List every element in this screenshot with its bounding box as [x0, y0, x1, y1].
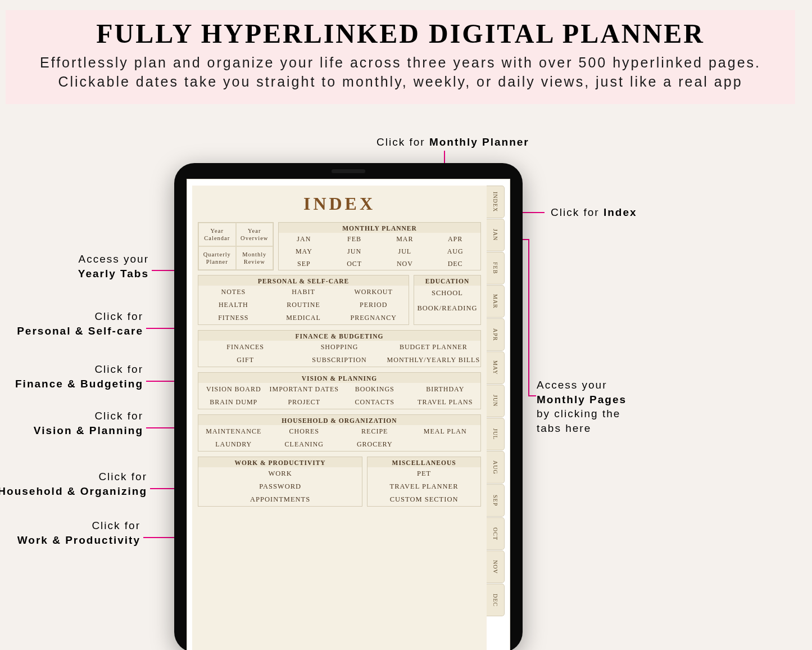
- vision-card: VISION & PLANNING VISION BOARD IMPORTANT…: [198, 372, 481, 409]
- section-link[interactable]: FITNESS: [198, 312, 269, 324]
- household-card: HOUSEHOLD & ORGANIZATION MAINTENANCE CHO…: [198, 414, 481, 452]
- finance-card: FINANCE & BUDGETING FINANCES SHOPPING BU…: [198, 330, 481, 367]
- section-link[interactable]: PROJECT: [269, 396, 340, 409]
- section-link[interactable]: TRAVEL PLANS: [410, 396, 481, 409]
- ipad-screen: INDEX Year Calendar Year Overview Quarte…: [187, 179, 510, 650]
- yearly-link[interactable]: Monthly Review: [236, 246, 274, 270]
- callout-monthly-pages: Access yourMonthly Pagesby clicking the …: [537, 378, 649, 436]
- section-link[interactable]: BRAIN DUMP: [198, 396, 269, 409]
- month-link[interactable]: OCT: [329, 258, 380, 270]
- yearly-card: Year Calendar Year Overview Quarterly Pl…: [198, 222, 274, 270]
- hero-title: FULLY HYPERLINKED DIGITAL PLANNER: [28, 18, 773, 49]
- month-link[interactable]: JUN: [329, 245, 380, 258]
- callout-yearly: Access yourYearly Tabs: [14, 252, 149, 281]
- section-link[interactable]: MAINTENANCE: [198, 425, 269, 438]
- section-header: WORK & PRODUCTIVITY: [198, 457, 362, 467]
- month-link[interactable]: AUG: [430, 245, 480, 258]
- tab-may[interactable]: MAY: [487, 351, 505, 384]
- section-link[interactable]: MEDICAL: [269, 312, 339, 324]
- section-link[interactable]: SCHOOL: [414, 286, 480, 301]
- section-link[interactable]: NOTES: [198, 286, 269, 299]
- tab-sep[interactable]: SEP: [487, 484, 505, 517]
- callout-index: Click for Index: [551, 205, 637, 220]
- tab-jan[interactable]: JAN: [487, 219, 505, 251]
- section-link[interactable]: BOOK/READING: [414, 301, 480, 316]
- section-link[interactable]: GIFT: [198, 354, 292, 367]
- section-link[interactable]: ROUTINE: [269, 299, 339, 312]
- section-link[interactable]: PASSWORD: [198, 480, 362, 493]
- month-link[interactable]: FEB: [329, 233, 380, 245]
- section-link[interactable]: PET: [368, 467, 480, 480]
- yearly-link[interactable]: Year Calendar: [198, 223, 236, 246]
- ipad-frame: INDEX Year Calendar Year Overview Quarte…: [174, 163, 523, 650]
- section-link[interactable]: MEAL PLAN: [410, 425, 481, 438]
- tab-apr[interactable]: APR: [487, 318, 505, 351]
- section-link[interactable]: MONTHLY/YEARLY BILLS: [387, 354, 480, 367]
- personal-card: PERSONAL & SELF-CARE NOTES HABIT WORKOUT…: [198, 275, 409, 325]
- callout-work: Click forWork & Productivity: [0, 518, 140, 547]
- page-title: INDEX: [198, 193, 481, 214]
- yearly-link[interactable]: Year Overview: [236, 223, 274, 246]
- section-link[interactable]: IMPORTANT DATES: [269, 383, 340, 396]
- tab-nov[interactable]: NOV: [487, 550, 505, 583]
- month-link[interactable]: APR: [430, 233, 480, 245]
- tab-aug[interactable]: AUG: [487, 451, 505, 484]
- tab-feb[interactable]: FEB: [487, 252, 505, 285]
- work-card: WORK & PRODUCTIVITY WORK PASSWORD APPOIN…: [198, 457, 362, 507]
- section-header: VISION & PLANNING: [198, 373, 480, 383]
- section-link[interactable]: PREGNANCY: [338, 312, 409, 324]
- side-tabs: INDEX JAN FEB MAR APR MAY JUN JUL AUG SE…: [487, 186, 505, 616]
- hero-banner: FULLY HYPERLINKED DIGITAL PLANNER Effort…: [6, 10, 795, 104]
- section-header: MISCELLANEOUS: [368, 457, 480, 467]
- section-link[interactable]: CUSTOM SECTION: [368, 493, 480, 506]
- section-link[interactable]: LAUNDRY: [198, 438, 269, 451]
- tab-dec[interactable]: DEC: [487, 584, 505, 616]
- yearly-link[interactable]: Quarterly Planner: [198, 246, 236, 270]
- section-header: MONTHLY PLANNER: [279, 223, 480, 233]
- section-link[interactable]: SUBSCRIPTION: [292, 354, 386, 367]
- callout-household: Click forHousehold & Organizing: [0, 470, 147, 498]
- education-card: EDUCATION SCHOOL BOOK/READING: [414, 275, 481, 325]
- section-link[interactable]: WORKOUT: [338, 286, 409, 299]
- month-link[interactable]: MAR: [380, 233, 430, 245]
- callout-finance: Click forFinance & Budgeting: [0, 362, 143, 391]
- tab-oct[interactable]: OCT: [487, 517, 505, 550]
- section-link[interactable]: CLEANING: [269, 438, 340, 451]
- callout-vision: Click forVision & Planning: [8, 409, 143, 437]
- section-link[interactable]: APPOINTMENTS: [198, 493, 362, 506]
- hero-subtitle: Effortlessly plan and organize your life…: [28, 53, 773, 92]
- section-link[interactable]: SHOPPING: [292, 341, 386, 354]
- month-link[interactable]: JUL: [380, 245, 430, 258]
- section-link[interactable]: WORK: [198, 467, 362, 480]
- callout-monthly-planner: Click for Monthly Planner: [376, 135, 529, 150]
- section-link[interactable]: CONTACTS: [339, 396, 410, 409]
- month-link[interactable]: DEC: [430, 258, 480, 270]
- tab-mar[interactable]: MAR: [487, 285, 505, 318]
- month-link[interactable]: JAN: [279, 233, 329, 245]
- month-link[interactable]: NOV: [380, 258, 430, 270]
- planner-page: INDEX Year Calendar Year Overview Quarte…: [192, 186, 487, 650]
- section-link[interactable]: TRAVEL PLANNER: [368, 480, 480, 493]
- section-header: PERSONAL & SELF-CARE: [198, 276, 409, 286]
- section-link[interactable]: GROCERY: [339, 438, 410, 451]
- month-link[interactable]: MAY: [279, 245, 329, 258]
- section-link[interactable]: VISION BOARD: [198, 383, 269, 396]
- section-link[interactable]: BOOKINGS: [339, 383, 410, 396]
- section-link[interactable]: RECIPE: [339, 425, 410, 438]
- monthly-planner-card: MONTHLY PLANNER JAN FEB MAR APR MAY JUN …: [278, 222, 481, 270]
- tab-jun[interactable]: JUN: [487, 385, 505, 417]
- section-link[interactable]: HEALTH: [198, 299, 269, 312]
- section-link[interactable]: PERIOD: [338, 299, 409, 312]
- section-link[interactable]: BUDGET PLANNER: [387, 341, 480, 354]
- section-link[interactable]: HABIT: [269, 286, 339, 299]
- section-link[interactable]: CHORES: [269, 425, 340, 438]
- misc-card: MISCELLANEOUS PET TRAVEL PLANNER CUSTOM …: [367, 457, 481, 507]
- section-header: FINANCE & BUDGETING: [198, 331, 480, 341]
- section-link[interactable]: BIRTHDAY: [410, 383, 481, 396]
- month-link[interactable]: SEP: [279, 258, 329, 270]
- section-link: [410, 438, 481, 451]
- section-link[interactable]: FINANCES: [198, 341, 292, 354]
- tab-jul[interactable]: JUL: [487, 418, 505, 450]
- callout-personal: Click forPersonal & Self-care: [0, 309, 143, 338]
- tab-index[interactable]: INDEX: [487, 186, 505, 218]
